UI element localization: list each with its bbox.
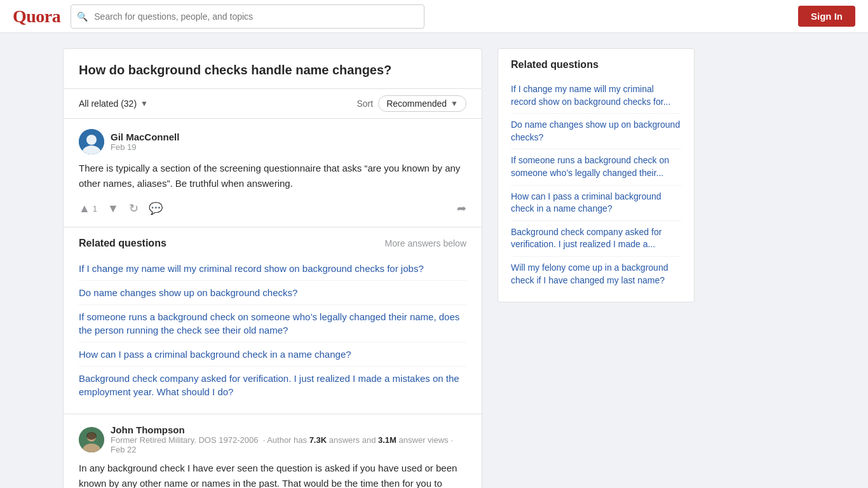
action-row: ▲ 1 ▼ ↻ 💬 ➦ <box>79 200 466 217</box>
search-container: 🔍 <box>71 4 424 29</box>
sort-container: Sort Recommended ▼ <box>356 95 466 112</box>
all-related-filter[interactable]: All related (32) ▼ <box>79 98 148 109</box>
chevron-down-icon: ▼ <box>451 99 458 108</box>
related-link-2[interactable]: Do name changes show up on background ch… <box>79 281 466 305</box>
downvote-icon: ▼ <box>107 202 119 215</box>
answer-text: There is typically a section of the scre… <box>79 161 466 191</box>
sign-in-button[interactable]: Sign In <box>798 6 855 27</box>
share-arrow-icon: ➦ <box>457 202 466 215</box>
sidebar-title: Related questions <box>511 59 681 71</box>
header: Quora 🔍 Sign In <box>0 0 868 33</box>
answer-card-1: Gil MacConnell Feb 19 There is typically… <box>63 119 482 227</box>
related-inline-title: Related questions <box>79 238 166 249</box>
more-answers-label: More answers below <box>385 238 466 248</box>
avatar-silhouette-svg <box>79 129 104 154</box>
svg-point-1 <box>86 135 97 145</box>
upvote-icon: ▲ <box>79 202 90 215</box>
search-icon: 🔍 <box>77 11 88 22</box>
author-name-2: John Thompson <box>111 424 466 435</box>
avatar-john <box>79 427 104 452</box>
views-count: 3.1M <box>378 435 397 445</box>
main-content: How do background checks handle name cha… <box>63 48 482 488</box>
author-name: Gil MacConnell <box>111 132 179 142</box>
related-link-4[interactable]: How can I pass a criminal background che… <box>79 342 466 367</box>
answer-text-2: In any background check I have ever seen… <box>79 461 466 488</box>
avatar-john-svg <box>79 427 104 452</box>
related-inline-card: Related questions More answers below If … <box>63 227 482 414</box>
answer-date: Feb 19 <box>111 142 179 152</box>
sort-label: Sort <box>356 98 373 109</box>
share-button[interactable]: ➦ <box>457 201 466 215</box>
upvote-count: 1 <box>93 204 97 214</box>
author-info-2: John Thompson Former Retired Military. D… <box>111 424 466 454</box>
all-related-label: All related (32) <box>79 98 137 109</box>
related-link-1[interactable]: If I change my name will my criminal rec… <box>79 257 466 281</box>
related-link-3[interactable]: If someone runs a background check on so… <box>79 305 466 342</box>
quora-logo[interactable]: Quora <box>13 6 60 27</box>
answers-count: 7.3K <box>309 435 327 445</box>
comment-icon: 💬 <box>149 201 163 215</box>
upvote-button[interactable]: ▲ 1 <box>79 201 97 217</box>
answer-card-2: John Thompson Former Retired Military. D… <box>63 414 482 488</box>
sidebar-link-4[interactable]: How can I pass a criminal background che… <box>511 186 681 221</box>
related-inline-header: Related questions More answers below <box>79 238 466 249</box>
author-row: Gil MacConnell Feb 19 <box>79 129 466 154</box>
question-card: How do background checks handle name cha… <box>63 48 482 89</box>
sidebar-card: Related questions If I change my name wi… <box>498 48 695 302</box>
share-rotate-icon: ↻ <box>129 201 139 215</box>
page-layout: How do background checks handle name cha… <box>53 33 815 488</box>
related-link-5[interactable]: Background check company asked for verif… <box>79 367 466 403</box>
sidebar: Related questions If I change my name wi… <box>498 48 695 302</box>
share-rotate-button[interactable]: ↻ <box>129 200 139 217</box>
comment-button[interactable]: 💬 <box>149 200 163 217</box>
sidebar-link-2[interactable]: Do name changes show up on background ch… <box>511 114 681 149</box>
recommended-label: Recommended <box>386 98 447 109</box>
author-info: Gil MacConnell Feb 19 <box>111 132 179 152</box>
svg-point-6 <box>86 432 97 440</box>
author-row-2: John Thompson Former Retired Military. D… <box>79 424 466 454</box>
downvote-button[interactable]: ▼ <box>107 201 119 217</box>
sidebar-link-1[interactable]: If I change my name will my criminal rec… <box>511 78 681 114</box>
chevron-down-icon: ▼ <box>140 99 148 108</box>
filter-bar: All related (32) ▼ Sort Recommended ▼ <box>63 89 482 119</box>
question-title: How do background checks handle name cha… <box>79 62 466 78</box>
author-credentials: Former Retired Military. DOS 1972-2006 ·… <box>111 435 466 454</box>
sidebar-link-3[interactable]: If someone runs a background check on so… <box>511 149 681 185</box>
sidebar-link-5[interactable]: Background check company asked for verif… <box>511 221 681 257</box>
avatar-gil <box>79 129 104 154</box>
search-input[interactable] <box>71 4 424 29</box>
sort-dropdown[interactable]: Recommended ▼ <box>378 95 466 112</box>
sidebar-link-6[interactable]: Will my felony come up in a background c… <box>511 257 681 292</box>
